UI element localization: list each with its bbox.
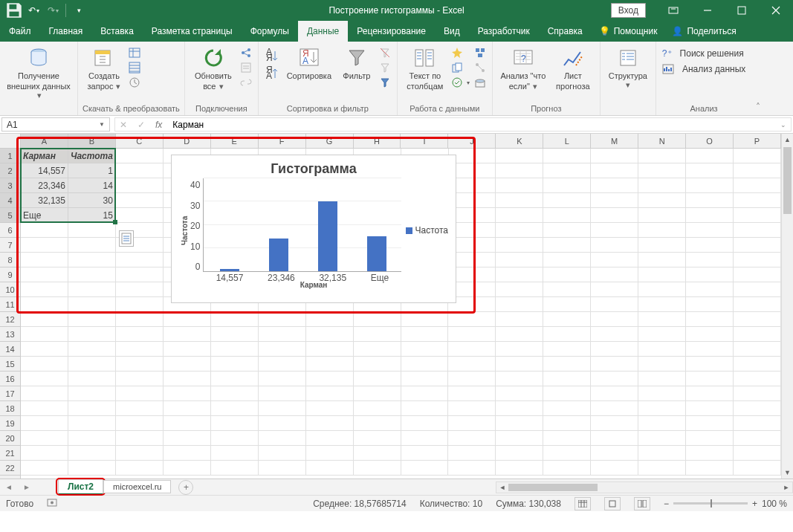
cell[interactable] — [116, 282, 164, 297]
cell[interactable] — [116, 416, 164, 431]
cell[interactable] — [68, 401, 116, 416]
filter-button[interactable]: Фильтр — [337, 43, 376, 80]
cell[interactable] — [448, 327, 496, 342]
cell[interactable] — [68, 342, 116, 357]
cell[interactable] — [543, 193, 591, 208]
cell[interactable] — [401, 401, 449, 416]
vertical-scrollbar[interactable]: ▲ ▼ — [781, 134, 793, 479]
recent-sources-button[interactable] — [127, 76, 142, 89]
cell[interactable] — [686, 297, 734, 312]
cell[interactable] — [638, 461, 686, 476]
cell[interactable] — [68, 357, 116, 372]
show-queries-button[interactable] — [127, 46, 142, 59]
cell[interactable] — [496, 372, 543, 386]
row-header[interactable]: 15 — [0, 357, 20, 372]
cell[interactable] — [68, 327, 116, 342]
cell[interactable] — [164, 342, 211, 357]
row-header[interactable]: 18 — [0, 401, 20, 416]
cell[interactable] — [496, 163, 543, 178]
forecast-sheet-button[interactable]: Лист прогноза — [551, 43, 595, 91]
tab-developer[interactable]: Разработчик — [469, 21, 539, 42]
embedded-chart[interactable]: Гистограмма Частота 40 30 20 10 0 14,557… — [171, 155, 456, 303]
row-header[interactable]: 11 — [0, 297, 20, 312]
cell[interactable] — [496, 208, 543, 223]
cell[interactable] — [543, 461, 591, 476]
cell[interactable] — [496, 253, 543, 267]
cell[interactable] — [686, 416, 734, 431]
collapse-ribbon-icon[interactable]: ˄ — [751, 42, 765, 115]
cell[interactable] — [734, 282, 781, 297]
cell[interactable] — [638, 297, 686, 312]
cell[interactable] — [496, 238, 543, 253]
cell[interactable] — [591, 401, 638, 416]
cell[interactable] — [591, 238, 638, 253]
cell[interactable]: Еще — [21, 208, 68, 223]
scroll-right-icon[interactable]: ► — [780, 482, 792, 493]
cell[interactable] — [116, 267, 164, 282]
cell[interactable] — [259, 446, 306, 461]
cell[interactable] — [401, 431, 449, 446]
cell[interactable] — [686, 431, 734, 446]
cell[interactable] — [638, 446, 686, 461]
cell[interactable] — [401, 342, 449, 357]
cell[interactable] — [591, 342, 638, 357]
row-header[interactable]: 21 — [0, 446, 20, 461]
cell[interactable] — [68, 446, 116, 461]
cell[interactable] — [496, 312, 543, 327]
cell[interactable] — [496, 193, 543, 208]
cell[interactable] — [638, 416, 686, 431]
cell[interactable] — [448, 386, 496, 401]
signin-button[interactable]: Вход — [611, 3, 646, 18]
page-layout-view-button[interactable] — [604, 497, 621, 510]
cell[interactable] — [496, 446, 543, 461]
clear-filter-button[interactable] — [378, 46, 392, 59]
cell[interactable] — [116, 208, 164, 223]
cell[interactable] — [543, 163, 591, 178]
cell[interactable] — [354, 416, 401, 431]
cell[interactable] — [306, 372, 354, 386]
cell[interactable] — [306, 327, 354, 342]
cell[interactable] — [734, 327, 781, 342]
cell[interactable] — [211, 327, 259, 342]
cell[interactable] — [543, 297, 591, 312]
cell[interactable] — [21, 372, 68, 386]
col-header[interactable]: D — [164, 134, 211, 148]
cell[interactable] — [448, 342, 496, 357]
chevron-down-icon[interactable]: ▼ — [99, 121, 105, 128]
cell[interactable] — [354, 312, 401, 327]
cell[interactable] — [116, 446, 164, 461]
cell[interactable] — [259, 357, 306, 372]
advanced-filter-button[interactable] — [378, 76, 392, 89]
cell[interactable] — [591, 431, 638, 446]
zoom-slider[interactable] — [673, 502, 748, 505]
col-header[interactable]: P — [734, 134, 781, 148]
row-header[interactable]: 12 — [0, 312, 20, 327]
cell[interactable] — [591, 163, 638, 178]
cell[interactable] — [638, 327, 686, 342]
cell[interactable] — [734, 357, 781, 372]
tab-pagelayout[interactable]: Разметка страницы — [143, 21, 242, 42]
cell[interactable] — [638, 178, 686, 193]
cell[interactable] — [734, 238, 781, 253]
cell[interactable] — [21, 416, 68, 431]
page-break-view-button[interactable] — [634, 497, 650, 510]
zoom-in-button[interactable]: + — [752, 499, 757, 509]
cell[interactable] — [21, 297, 68, 312]
cell[interactable] — [306, 431, 354, 446]
cell[interactable] — [68, 223, 116, 238]
zoom-control[interactable]: − + 100 % — [664, 499, 787, 509]
cell[interactable] — [21, 312, 68, 327]
cell[interactable] — [164, 312, 211, 327]
cell[interactable] — [21, 282, 68, 297]
macro-record-icon[interactable] — [47, 497, 57, 510]
row-header[interactable]: 10 — [0, 282, 20, 297]
cell[interactable]: 32,135 — [21, 193, 68, 208]
undo-icon[interactable]: ↶▾ — [24, 1, 43, 19]
cell[interactable] — [306, 446, 354, 461]
cell[interactable] — [21, 253, 68, 267]
cell[interactable] — [686, 149, 734, 163]
refresh-all-button[interactable]: Обновить все ▾ — [190, 43, 237, 91]
cell[interactable] — [164, 357, 211, 372]
cell[interactable] — [543, 431, 591, 446]
what-if-analysis-button[interactable]: ? Анализ "что если" ▾ — [497, 43, 549, 91]
